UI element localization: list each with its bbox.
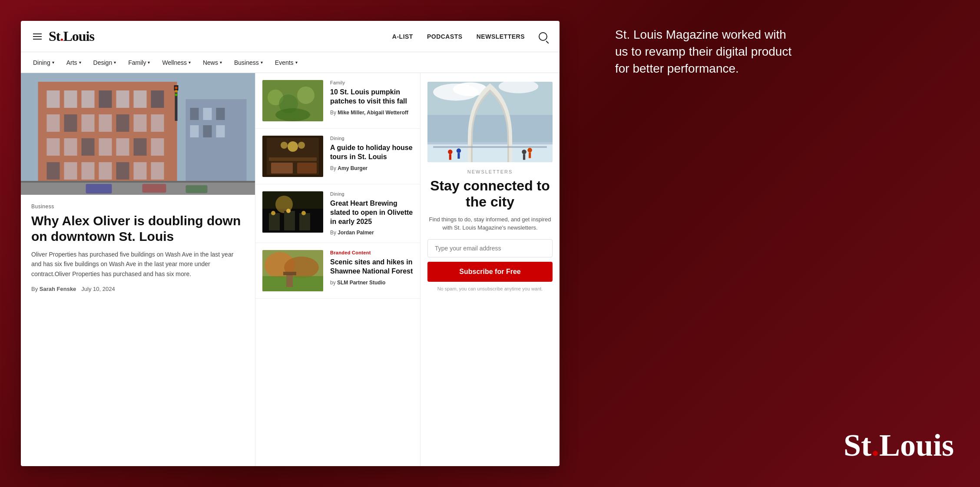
nav-family[interactable]: Family▾ <box>128 59 150 66</box>
svg-point-58 <box>298 142 305 149</box>
svg-rect-91 <box>529 153 531 158</box>
svg-rect-21 <box>116 138 129 156</box>
svg-rect-10 <box>47 114 60 132</box>
svg-rect-37 <box>216 125 225 137</box>
svg-rect-23 <box>151 138 164 156</box>
svg-rect-87 <box>457 153 460 159</box>
article-title-3: Great Heart Brewing slated to open in Ol… <box>330 199 413 226</box>
search-icon[interactable] <box>539 32 547 41</box>
svg-rect-14 <box>116 114 129 132</box>
article-content-1: Family 10 St. Louis pumpkin patches to v… <box>330 80 413 121</box>
svg-point-52 <box>297 87 315 104</box>
article-title-2: A guide to holiday house tours in St. Lo… <box>330 143 413 162</box>
newsletter-label: NEWSLETTERS <box>467 169 513 174</box>
email-input[interactable] <box>427 239 553 257</box>
svg-rect-83 <box>427 142 553 144</box>
svg-rect-8 <box>134 90 147 108</box>
hero-category: Business <box>21 195 255 213</box>
svg-rect-19 <box>82 138 95 156</box>
nav-arts[interactable]: Arts▾ <box>66 59 81 66</box>
svg-rect-25 <box>64 162 77 180</box>
article-card-4[interactable]: Branded Content Scenic sites and hikes i… <box>255 243 420 299</box>
svg-rect-13 <box>99 114 112 132</box>
hero-title: Why Alex Oliver is doubling down on down… <box>21 213 255 250</box>
nav-business[interactable]: Business▾ <box>234 59 263 66</box>
svg-rect-61 <box>297 163 317 173</box>
article-content-2: Dining A guide to holiday house tours in… <box>330 136 413 177</box>
svg-rect-17 <box>47 138 60 156</box>
svg-point-40 <box>175 87 178 89</box>
nav-dining[interactable]: Dining▾ <box>33 59 54 66</box>
hero-author: Sarah Fenske <box>40 286 76 292</box>
svg-rect-82 <box>427 143 553 162</box>
hero-image <box>21 73 255 195</box>
nav-a-list[interactable]: A-LIST <box>392 33 413 40</box>
hamburger-menu[interactable] <box>33 33 42 40</box>
svg-rect-59 <box>269 157 317 161</box>
newsletter-image <box>427 82 553 162</box>
svg-rect-67 <box>299 213 310 230</box>
hero-excerpt: Oliver Properties has purchased five bui… <box>21 250 255 286</box>
nav-news[interactable]: News▾ <box>203 59 222 66</box>
article-thumb-2 <box>262 136 323 177</box>
nav-events[interactable]: Events▾ <box>275 59 298 66</box>
svg-point-90 <box>527 148 532 152</box>
site-header: St.Louis A-LIST PODCASTS NEWSLETTERS <box>21 21 560 52</box>
article-content-4: Branded Content Scenic sites and hikes i… <box>330 250 413 291</box>
articles-column: Family 10 St. Louis pumpkin patches to v… <box>255 73 420 466</box>
svg-rect-32 <box>190 108 199 120</box>
svg-rect-33 <box>203 108 212 120</box>
svg-rect-29 <box>134 162 147 180</box>
svg-rect-76 <box>283 272 296 275</box>
nav-wellness[interactable]: Wellness▾ <box>162 59 191 66</box>
newsletter-column: NEWSLETTERS Stay connected to the city F… <box>420 73 560 466</box>
content-area: Business Why Alex Oliver is doubling dow… <box>21 73 560 466</box>
article-card-1[interactable]: Family 10 St. Louis pumpkin patches to v… <box>255 73 420 129</box>
svg-rect-60 <box>271 163 293 173</box>
svg-point-70 <box>301 211 306 215</box>
hero-column: Business Why Alex Oliver is doubling dow… <box>21 73 255 466</box>
article-card-3[interactable]: Dining Great Heart Brewing slated to ope… <box>255 184 420 243</box>
svg-point-84 <box>448 150 452 154</box>
svg-point-88 <box>522 150 526 154</box>
newsletter-description: Find things to do, stay informed, and ge… <box>427 215 553 232</box>
svg-rect-15 <box>134 114 147 132</box>
svg-point-68 <box>271 211 275 215</box>
article-card-2[interactable]: Dining A guide to holiday house tours in… <box>255 129 420 184</box>
nav-podcasts[interactable]: PODCASTS <box>427 33 463 40</box>
right-tagline: St. Louis Magazine worked with us to rev… <box>615 26 798 77</box>
article-thumb-1 <box>262 80 323 121</box>
article-category-3: Dining <box>330 191 413 197</box>
subscribe-button[interactable]: Subscribe for Free <box>427 262 553 282</box>
article-byline-3: By Jordan Palmer <box>330 230 413 236</box>
header-navigation: A-LIST PODCASTS NEWSLETTERS <box>392 32 547 41</box>
svg-rect-22 <box>134 138 147 156</box>
nav-design[interactable]: Design▾ <box>93 59 116 66</box>
site-logo[interactable]: St.Louis <box>49 28 392 44</box>
svg-rect-46 <box>142 184 166 193</box>
article-byline-4: by SLM Partner Studio <box>330 280 413 286</box>
article-thumb-3 <box>262 191 323 233</box>
svg-point-41 <box>175 90 178 93</box>
svg-rect-9 <box>151 90 164 108</box>
svg-point-86 <box>457 148 461 153</box>
svg-rect-75 <box>286 274 293 287</box>
svg-point-42 <box>175 93 178 96</box>
article-title-1: 10 St. Louis pumpkin patches to visit th… <box>330 88 413 106</box>
article-byline-1: By Mike Miller, Abigail Wetteroff <box>330 110 413 116</box>
svg-rect-4 <box>64 90 77 108</box>
svg-point-56 <box>288 141 298 152</box>
svg-rect-28 <box>116 162 129 180</box>
svg-rect-27 <box>99 162 112 180</box>
svg-point-57 <box>281 142 288 149</box>
svg-rect-6 <box>99 90 112 108</box>
svg-rect-26 <box>82 162 95 180</box>
main-card: St.Louis A-LIST PODCASTS NEWSLETTERS Din… <box>21 21 560 466</box>
svg-rect-11 <box>64 114 77 132</box>
svg-rect-92 <box>433 146 547 148</box>
nav-newsletters[interactable]: NEWSLETTERS <box>477 33 525 40</box>
article-category-4: Branded Content <box>330 250 413 255</box>
svg-point-69 <box>286 209 291 213</box>
right-panel: St. Louis Magazine worked with us to rev… <box>598 0 980 487</box>
svg-rect-20 <box>99 138 112 156</box>
